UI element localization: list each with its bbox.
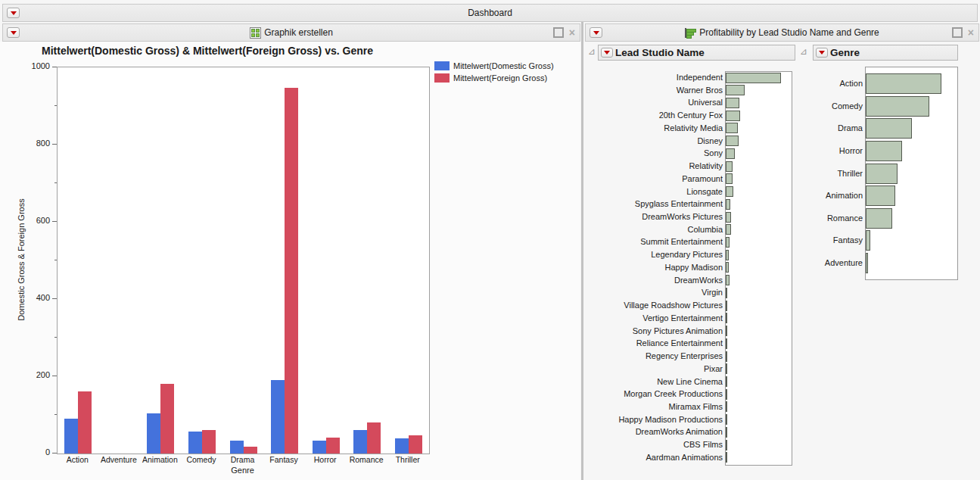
- genre-bar[interactable]: [866, 141, 902, 161]
- studio-label[interactable]: Virgin: [586, 288, 723, 297]
- studio-label[interactable]: New Line Cinema: [586, 377, 723, 386]
- studio-label[interactable]: Sony: [586, 148, 723, 157]
- bar-domestic[interactable]: [230, 441, 244, 454]
- studio-bar[interactable]: [726, 452, 727, 463]
- bar-domestic[interactable]: [64, 419, 78, 454]
- bar-foreign[interactable]: [326, 438, 340, 454]
- x-tick-label[interactable]: Action: [57, 455, 98, 464]
- bar-foreign[interactable]: [409, 435, 422, 454]
- studio-bar[interactable]: [726, 212, 731, 223]
- maximize-icon[interactable]: [952, 27, 963, 38]
- genre-label[interactable]: Adventure: [793, 258, 863, 267]
- studio-label[interactable]: Legendary Pictures: [586, 250, 723, 259]
- studio-bar[interactable]: [726, 123, 738, 133]
- red-triangle-menu-button[interactable]: [7, 27, 20, 38]
- studio-label[interactable]: Lionsgate: [586, 187, 723, 196]
- studio-bar[interactable]: [726, 186, 733, 197]
- collapse-triangle-icon[interactable]: ⊿: [588, 47, 596, 56]
- genre-bar[interactable]: [866, 253, 868, 273]
- plot-area[interactable]: [57, 67, 430, 454]
- studio-bar[interactable]: [726, 136, 739, 146]
- studio-bar[interactable]: [726, 363, 727, 374]
- red-triangle-menu-button[interactable]: [590, 27, 602, 38]
- x-tick-label[interactable]: Adventure: [98, 455, 140, 464]
- studio-label[interactable]: Reliance Entertainment: [586, 338, 723, 348]
- bar-foreign[interactable]: [160, 384, 174, 454]
- studio-bar[interactable]: [726, 161, 733, 172]
- studio-bar[interactable]: [726, 250, 729, 260]
- studio-label[interactable]: DreamWorks Animation: [586, 427, 723, 436]
- studio-bar[interactable]: [726, 401, 727, 412]
- studio-bar[interactable]: [726, 224, 731, 235]
- x-tick-label[interactable]: Fantasy: [263, 455, 305, 464]
- studio-label[interactable]: Columbia: [586, 225, 723, 234]
- studio-label[interactable]: Vertigo Entertainment: [586, 313, 723, 323]
- studio-bar[interactable]: [726, 111, 740, 121]
- genre-label[interactable]: Drama: [793, 123, 863, 132]
- legend-item[interactable]: Mittelwert(Domestic Gross): [434, 60, 554, 72]
- studio-bar[interactable]: [726, 237, 730, 248]
- x-axis-title[interactable]: Genre: [57, 466, 428, 475]
- studio-bar[interactable]: [726, 326, 727, 336]
- genre-label[interactable]: Animation: [793, 191, 863, 200]
- studio-bar[interactable]: [726, 427, 727, 438]
- collapse-triangle-icon[interactable]: ⊿: [800, 47, 807, 56]
- bar-domestic[interactable]: [353, 430, 367, 454]
- close-icon[interactable]: ×: [569, 29, 575, 36]
- bar-foreign[interactable]: [285, 88, 298, 454]
- red-triangle-menu-button[interactable]: [816, 48, 828, 58]
- bar-domestic[interactable]: [271, 380, 285, 454]
- studio-bar[interactable]: [726, 275, 730, 285]
- bar-foreign[interactable]: [244, 447, 257, 454]
- studio-bar[interactable]: [726, 148, 735, 159]
- studio-label[interactable]: Warner Bros: [586, 86, 723, 95]
- bar-foreign[interactable]: [367, 422, 381, 454]
- studio-bar[interactable]: [726, 173, 733, 184]
- genre-label[interactable]: Comedy: [793, 101, 863, 111]
- bar-foreign[interactable]: [202, 430, 216, 454]
- genre-label[interactable]: Thriller: [793, 169, 863, 178]
- genre-bar[interactable]: [866, 208, 892, 229]
- studio-bar[interactable]: [726, 440, 727, 450]
- bar-domestic[interactable]: [395, 438, 409, 454]
- panel-splitter[interactable]: [581, 22, 583, 480]
- genre-bar[interactable]: [866, 73, 941, 94]
- bar-foreign[interactable]: [78, 391, 92, 454]
- studio-bar[interactable]: [726, 98, 739, 108]
- studio-label[interactable]: DreamWorks Pictures: [586, 212, 723, 221]
- studio-bar[interactable]: [726, 338, 727, 349]
- studio-label[interactable]: Spyglass Entertainment: [586, 199, 723, 208]
- studio-label[interactable]: Regency Enterprises: [586, 351, 723, 360]
- studio-bar[interactable]: [726, 301, 727, 311]
- studio-label[interactable]: Independent: [586, 73, 723, 82]
- studio-label[interactable]: Relativity Media: [586, 123, 723, 132]
- studio-label[interactable]: Universal: [586, 98, 723, 107]
- bar-domestic[interactable]: [188, 432, 202, 454]
- studio-bar[interactable]: [726, 376, 727, 387]
- studio-label[interactable]: Disney: [586, 136, 723, 145]
- x-tick-label[interactable]: Comedy: [181, 455, 222, 464]
- genre-label[interactable]: Action: [793, 79, 863, 88]
- studio-bar[interactable]: [726, 199, 730, 210]
- x-tick-label[interactable]: Thriller: [387, 455, 428, 464]
- studio-bar[interactable]: [726, 351, 727, 362]
- studio-label[interactable]: Pixar: [586, 364, 723, 373]
- studio-label[interactable]: DreamWorks: [586, 276, 723, 285]
- x-tick-label[interactable]: Romance: [346, 455, 387, 464]
- studio-label[interactable]: Aardman Animations: [586, 453, 723, 462]
- x-tick-label[interactable]: Drama: [222, 455, 263, 464]
- studio-label[interactable]: Happy Madison Productions: [586, 415, 723, 424]
- studio-label[interactable]: CBS Films: [586, 440, 723, 449]
- studio-bar[interactable]: [726, 389, 727, 400]
- studio-bar[interactable]: [726, 85, 745, 95]
- studio-label[interactable]: Miramax Films: [586, 402, 723, 411]
- bar-domestic[interactable]: [313, 441, 326, 454]
- studio-bar[interactable]: [726, 414, 727, 425]
- studio-bar[interactable]: [726, 262, 729, 273]
- genre-bar[interactable]: [866, 230, 870, 251]
- genre-bar[interactable]: [866, 96, 929, 117]
- genre-bar[interactable]: [866, 118, 912, 139]
- studio-bar[interactable]: [726, 73, 781, 83]
- close-icon[interactable]: ×: [968, 29, 974, 36]
- studio-label[interactable]: Summit Entertainment: [586, 237, 723, 246]
